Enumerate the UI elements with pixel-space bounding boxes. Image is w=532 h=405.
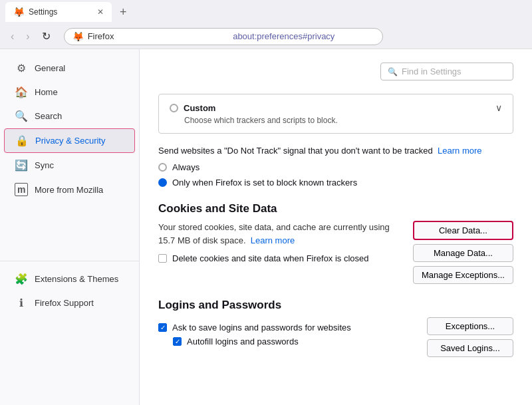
- dnt-always-radio[interactable]: [158, 163, 167, 172]
- manage-data-button[interactable]: Manage Data...: [413, 244, 513, 262]
- sidebar-label-privacy: Privacy & Security: [35, 136, 105, 146]
- back-button[interactable]: ‹: [7, 28, 18, 45]
- logins-row: ✓ Ask to save logins and passwords for w…: [158, 317, 513, 357]
- forward-button[interactable]: ›: [22, 28, 33, 45]
- main-panel: 🔍 Find in Settings Custom ∨ Choose which…: [140, 49, 532, 405]
- sidebar-item-general[interactable]: ⚙ General: [4, 57, 135, 80]
- autofill-checkbox[interactable]: ✓: [173, 337, 182, 346]
- support-icon: ℹ: [15, 297, 28, 309]
- sidebar-label-support: Firefox Support: [35, 298, 94, 308]
- cookies-left: Your stored cookies, site data, and cach…: [158, 221, 400, 263]
- browser-window: 🦊 Settings ✕ + ‹ › ↻ 🦊 Firefox about:pre…: [0, 0, 532, 405]
- sidebar-item-home[interactable]: 🏠 Home: [4, 80, 135, 104]
- manage-exceptions-button[interactable]: Manage Exceptions...: [413, 266, 513, 284]
- sidebar-item-search[interactable]: 🔍 Search: [4, 104, 135, 128]
- address-url: about:preferences#privacy: [233, 31, 374, 41]
- find-placeholder: Find in Settings: [402, 67, 462, 76]
- browser-icon: 🦊: [72, 31, 84, 42]
- ask-save-label: Ask to save logins and passwords for web…: [172, 323, 351, 333]
- sidebar-label-sync: Sync: [35, 160, 54, 170]
- cookies-buttons: Clear Data... Manage Data... Manage Exce…: [413, 221, 513, 284]
- custom-label-row: Custom: [170, 103, 215, 113]
- lock-icon: 🔒: [15, 134, 29, 147]
- sidebar-item-more[interactable]: m More from Mozilla: [4, 178, 135, 202]
- sidebar-item-privacy[interactable]: 🔒 Privacy & Security: [4, 128, 135, 153]
- sync-icon: 🔄: [15, 159, 28, 172]
- chevron-down-icon[interactable]: ∨: [495, 102, 502, 113]
- clear-data-button[interactable]: Clear Data...: [413, 221, 513, 240]
- autofill-label: Autofill logins and passwords: [187, 337, 299, 346]
- dnt-always-label: Always: [172, 162, 200, 172]
- sidebar-label-extensions: Extensions & Themes: [35, 274, 118, 284]
- ask-save-checkbox[interactable]: ✓: [158, 323, 167, 332]
- custom-header: Custom ∨: [170, 102, 502, 113]
- sidebar-item-extensions[interactable]: 🧩 Extensions & Themes: [4, 267, 135, 291]
- nav-bar: ‹ › ↻ 🦊 Firefox about:preferences#privac…: [0, 24, 532, 49]
- saved-logins-button[interactable]: Saved Logins...: [427, 339, 513, 357]
- logins-left: ✓ Ask to save logins and passwords for w…: [158, 317, 414, 346]
- dnt-learn-more-link[interactable]: Learn more: [438, 146, 481, 156]
- find-settings-input[interactable]: 🔍 Find in Settings: [380, 63, 513, 80]
- sidebar-label-more: More from Mozilla: [35, 185, 103, 195]
- dnt-only-when-option[interactable]: Only when Firefox is set to block known …: [158, 178, 513, 188]
- ask-save-row[interactable]: ✓ Ask to save logins and passwords for w…: [158, 323, 414, 333]
- cookies-heading: Cookies and Site Data: [158, 202, 513, 215]
- title-bar: 🦊 Settings ✕ +: [0, 0, 532, 24]
- sidebar-label-general: General: [35, 63, 65, 73]
- logins-buttons: Exceptions... Saved Logins...: [427, 317, 513, 357]
- sidebar-item-support[interactable]: ℹ Firefox Support: [4, 291, 135, 315]
- cookies-description: Your stored cookies, site data, and cach…: [158, 221, 400, 247]
- sidebar-label-search: Search: [35, 111, 62, 121]
- dnt-text: Send websites a "Do Not Track" signal th…: [158, 146, 513, 156]
- tab-close-button[interactable]: ✕: [97, 7, 104, 17]
- custom-description: Choose which trackers and scripts to blo…: [170, 116, 502, 125]
- active-tab[interactable]: 🦊 Settings ✕: [5, 2, 112, 22]
- mozilla-icon: m: [15, 183, 28, 196]
- extensions-icon: 🧩: [15, 273, 28, 285]
- general-icon: ⚙: [15, 62, 28, 74]
- cookies-checkbox-row[interactable]: Delete cookies and site data when Firefo…: [158, 253, 400, 263]
- dnt-description: Send websites a "Do Not Track" signal th…: [158, 146, 433, 156]
- dnt-only-when-label: Only when Firefox is set to block known …: [172, 178, 357, 188]
- cookies-learn-more-link[interactable]: Learn more: [251, 235, 295, 245]
- dnt-always-option[interactable]: Always: [158, 162, 513, 172]
- reload-button[interactable]: ↻: [38, 27, 55, 45]
- autofill-row[interactable]: ✓ Autofill logins and passwords: [158, 337, 414, 346]
- content-area: ⚙ General 🏠 Home 🔍 Search 🔒 Privacy & Se…: [0, 49, 532, 405]
- cookies-checkbox[interactable]: [158, 254, 167, 263]
- find-icon: 🔍: [388, 67, 398, 76]
- dnt-only-when-radio[interactable]: [158, 178, 167, 187]
- search-icon: 🔍: [15, 110, 28, 122]
- cookies-row: Your stored cookies, site data, and cach…: [158, 221, 513, 284]
- custom-box: Custom ∨ Choose which trackers and scrip…: [158, 94, 513, 134]
- logins-heading: Logins and Passwords: [158, 299, 513, 312]
- exceptions-button[interactable]: Exceptions...: [427, 317, 513, 335]
- tab-favicon: 🦊: [13, 7, 25, 17]
- address-prefix: Firefox: [88, 31, 229, 41]
- new-tab-button[interactable]: +: [117, 5, 130, 19]
- custom-radio[interactable]: [170, 104, 178, 112]
- tab-title: Settings: [29, 7, 57, 17]
- home-icon: 🏠: [15, 86, 28, 98]
- address-bar[interactable]: 🦊 Firefox about:preferences#privacy: [64, 28, 383, 45]
- cookies-checkbox-label: Delete cookies and site data when Firefo…: [172, 253, 369, 263]
- sidebar: ⚙ General 🏠 Home 🔍 Search 🔒 Privacy & Se…: [0, 49, 140, 405]
- custom-label-text: Custom: [184, 103, 215, 113]
- sidebar-label-home: Home: [35, 87, 58, 97]
- sidebar-item-sync[interactable]: 🔄 Sync: [4, 154, 135, 177]
- find-settings-bar: 🔍 Find in Settings: [158, 63, 513, 80]
